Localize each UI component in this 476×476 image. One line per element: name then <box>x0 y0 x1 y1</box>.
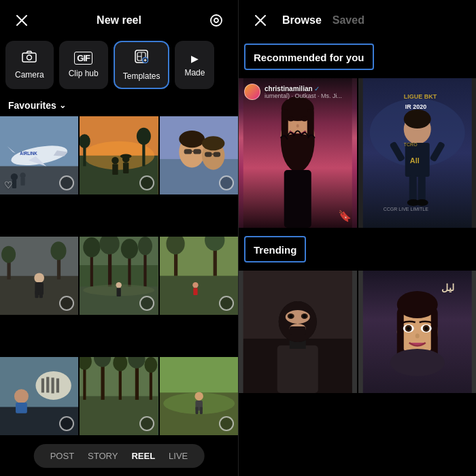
svg-point-5 <box>27 55 32 60</box>
svg-rect-46 <box>205 152 211 156</box>
templates-icon <box>134 49 149 67</box>
svg-rect-4 <box>22 53 36 62</box>
chevron-down-icon: ⌄ <box>59 101 66 110</box>
gif-icon: GIF <box>74 52 92 65</box>
photo-cell[interactable] <box>0 237 78 315</box>
svg-rect-88 <box>41 378 44 392</box>
right-close-button[interactable] <box>250 10 271 31</box>
right-header: Browse Saved <box>239 0 476 41</box>
svg-rect-44 <box>193 149 201 154</box>
svg-rect-33 <box>113 164 118 175</box>
svg-rect-126 <box>284 170 311 228</box>
svg-rect-108 <box>160 357 238 392</box>
tab-browse[interactable]: Browse <box>282 14 322 27</box>
favourites-section[interactable]: Favourites ⌄ <box>0 95 238 116</box>
svg-point-153 <box>289 315 292 318</box>
svg-point-41 <box>179 131 205 148</box>
bookmark-icon[interactable]: 🔖 <box>338 209 352 222</box>
tab-templates[interactable]: Templates <box>114 41 170 89</box>
svg-rect-146 <box>277 345 318 393</box>
reel-card-1[interactable]: christinamilian ✓ iumental) · Outkast · … <box>239 78 357 228</box>
svg-point-53 <box>1 246 16 263</box>
svg-rect-91 <box>56 378 59 392</box>
right-panel: Browse Saved Recommended for you <box>238 0 476 476</box>
nav-story[interactable]: STORY <box>88 451 118 461</box>
svg-point-162 <box>396 291 437 318</box>
reel-card-2[interactable]: LIGUE BKT IR 2020 All TCRO <box>358 78 477 228</box>
trending-section: Trending <box>239 233 476 393</box>
svg-rect-73 <box>117 288 121 296</box>
recommended-label: Recommended for you <box>244 44 374 70</box>
photo-grid: AIRLINK ♡ <box>0 116 238 476</box>
svg-point-170 <box>390 349 444 376</box>
trending-section-header: Trending <box>239 233 476 271</box>
svg-point-22 <box>20 173 25 178</box>
nav-post[interactable]: POST <box>50 451 74 461</box>
close-button[interactable] <box>11 10 33 31</box>
nav-reel[interactable]: REEL <box>131 451 155 461</box>
svg-point-3 <box>214 18 218 22</box>
svg-point-167 <box>407 327 410 330</box>
svg-rect-93 <box>16 403 27 413</box>
nav-live[interactable]: LIVE <box>169 451 188 461</box>
svg-rect-156 <box>290 326 306 335</box>
svg-rect-30 <box>143 141 146 167</box>
reel-avatar <box>244 84 260 100</box>
svg-point-124 <box>301 117 308 122</box>
svg-point-169 <box>415 334 419 339</box>
trending-reels: ليل <box>239 271 476 393</box>
tab-camera[interactable]: Camera <box>5 41 54 89</box>
svg-rect-58 <box>35 291 38 298</box>
svg-text:AIRLINK: AIRLINK <box>20 151 37 156</box>
svg-point-64 <box>84 237 101 257</box>
select-circle[interactable] <box>139 416 154 431</box>
photo-cell[interactable] <box>160 237 238 315</box>
svg-point-106 <box>145 357 158 373</box>
svg-point-2 <box>211 15 222 26</box>
select-circle[interactable] <box>139 296 154 311</box>
svg-point-68 <box>121 239 138 258</box>
photo-cell[interactable] <box>0 357 78 435</box>
svg-rect-35 <box>123 163 129 173</box>
svg-text:IR 2020: IR 2020 <box>405 103 426 110</box>
svg-rect-113 <box>195 407 198 413</box>
svg-text:LIGUE BKT: LIGUE BKT <box>403 93 437 100</box>
svg-point-32 <box>112 157 119 164</box>
photo-cell[interactable] <box>80 116 158 194</box>
bottom-nav: POST STORY REEL LIVE <box>34 444 205 468</box>
favourites-label: Favourites <box>8 100 56 111</box>
svg-rect-138 <box>418 175 425 202</box>
svg-text:TCRO: TCRO <box>403 142 417 147</box>
svg-text:CCGR LIVE LIMITLE: CCGR LIVE LIMITLE <box>383 207 428 211</box>
recommended-reels: christinamilian ✓ iumental) · Outkast · … <box>239 78 476 228</box>
svg-point-70 <box>138 237 152 255</box>
tab-cliphub[interactable]: GIF Clip hub <box>59 41 108 89</box>
reel-user-info: christinamilian ✓ iumental) · Outkast · … <box>244 84 342 100</box>
svg-rect-43 <box>184 149 192 154</box>
svg-point-72 <box>116 282 122 288</box>
svg-text:ليل: ليل <box>441 282 454 293</box>
more-icon: ▶ <box>191 53 199 64</box>
photo-cell[interactable] <box>80 357 158 435</box>
page-title: New reel <box>33 14 205 27</box>
left-header: New reel <box>0 0 238 41</box>
settings-button[interactable] <box>205 10 227 31</box>
photo-cell[interactable]: AIRLINK ♡ <box>0 116 78 194</box>
svg-point-140 <box>415 199 428 206</box>
photo-cell[interactable] <box>160 116 238 194</box>
photo-cell[interactable] <box>160 357 238 435</box>
reel-subtitle: iumental) · Outkast · Ms. Ji... <box>265 92 342 99</box>
svg-point-92 <box>14 389 29 403</box>
tab-more[interactable]: ▶ Made <box>175 41 214 89</box>
svg-rect-114 <box>199 407 202 413</box>
svg-rect-23 <box>20 177 24 186</box>
trending-card-1[interactable] <box>239 271 357 393</box>
photo-cell[interactable] <box>80 237 158 315</box>
svg-rect-137 <box>409 175 416 202</box>
svg-point-168 <box>424 327 428 330</box>
trending-card-2[interactable]: ليل <box>358 271 477 393</box>
tab-camera-label: Camera <box>15 70 44 80</box>
select-circle[interactable] <box>139 175 154 190</box>
tab-saved[interactable]: Saved <box>333 14 364 27</box>
right-header-tabs: Browse Saved <box>282 14 364 27</box>
